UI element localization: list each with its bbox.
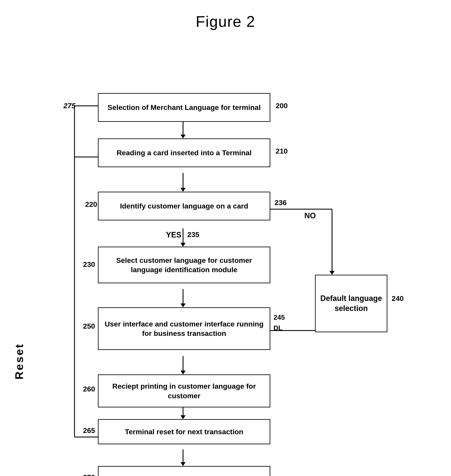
label-260: 260 [83,385,95,393]
svg-marker-16 [329,271,335,275]
reset-label: Reset [13,230,25,380]
label-265: 265 [83,426,95,435]
label-245: 245 [274,313,285,321]
svg-marker-7 [181,304,186,307]
label-200: 200 [276,102,288,110]
label-250: 250 [83,322,95,330]
box-265: Terminal reset for next transaction [98,419,270,444]
svg-marker-11 [181,415,186,419]
label-220: 220 [85,200,97,209]
svg-marker-13 [181,462,186,466]
yes-label: YES [166,230,181,239]
dl-label: DL [274,324,283,332]
label-210: 210 [276,147,288,155]
box-250: User interface and customer interface ru… [98,307,270,350]
label-235: 235 [187,230,200,239]
svg-marker-3 [181,188,186,192]
box-200: Selection of Merchant Language for termi… [98,93,270,122]
svg-marker-1 [181,135,186,139]
label-275: 275 [63,102,75,110]
box-230: Select customer language for customer la… [98,247,270,283]
box-220: Identify customer language on a card [98,192,270,220]
label-270: 270 [83,473,95,476]
svg-marker-5 [181,243,186,247]
label-236: 236 [275,198,287,207]
label-230: 230 [83,260,95,269]
no-label: NO [304,211,316,220]
label-240: 240 [392,294,404,303]
box-260: Reciept printing in customer language fo… [98,374,270,407]
box-240: Default language selection [315,275,387,332]
box-210: Reading a card inserted into a Terminal [98,139,270,167]
page-title: Figure 2 [0,0,451,39]
box-270 [98,466,270,476]
svg-marker-9 [181,371,186,374]
